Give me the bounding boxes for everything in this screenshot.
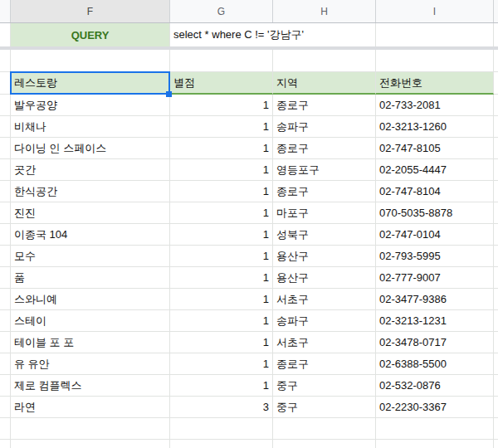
cell-restaurant-name[interactable]: 모수 bbox=[11, 246, 170, 266]
cell-phone[interactable]: 02-3213-1260 bbox=[376, 116, 494, 137]
cell-phone[interactable]: 02-747-8104 bbox=[376, 181, 494, 202]
cell-rating[interactable]: 1 bbox=[170, 202, 273, 223]
cell-phone[interactable]: 02-532-0876 bbox=[376, 375, 494, 396]
column-header-i[interactable]: I bbox=[376, 0, 494, 22]
cell-restaurant-name[interactable]: 비채나 bbox=[11, 116, 170, 137]
cell[interactable] bbox=[0, 224, 11, 245]
cell[interactable] bbox=[0, 353, 11, 374]
cell-rating[interactable]: 1 bbox=[170, 224, 273, 245]
cell[interactable] bbox=[170, 440, 273, 448]
cell-phone[interactable]: 02-3477-9386 bbox=[376, 289, 494, 309]
selected-cell-restaurant-header[interactable]: 레스토랑 bbox=[11, 72, 170, 95]
cell-district[interactable]: 서초구 bbox=[273, 289, 376, 309]
cell-phone[interactable]: 02-2055-4447 bbox=[376, 159, 494, 180]
cell-restaurant-name[interactable]: 다이닝 인 스페이스 bbox=[11, 138, 170, 158]
cell-phone[interactable]: 070-5035-8878 bbox=[376, 202, 494, 223]
cell-district[interactable]: 마포구 bbox=[273, 202, 376, 223]
cell[interactable] bbox=[273, 50, 376, 71]
cell-restaurant-name[interactable]: 유 유안 bbox=[11, 353, 170, 374]
cell-district[interactable]: 용산구 bbox=[273, 267, 376, 288]
cell-district[interactable]: 중구 bbox=[273, 375, 376, 396]
column-header-sliver-left[interactable] bbox=[0, 0, 11, 22]
cell-district[interactable]: 종로구 bbox=[273, 138, 376, 158]
cell-district[interactable]: 송파구 bbox=[273, 116, 376, 137]
cell[interactable] bbox=[273, 418, 376, 439]
column-header-h[interactable]: H bbox=[273, 0, 376, 22]
column-header-f[interactable]: F bbox=[11, 0, 170, 22]
cell[interactable] bbox=[376, 418, 494, 439]
cell[interactable] bbox=[0, 50, 11, 71]
cell[interactable] bbox=[0, 95, 11, 115]
cell-district[interactable]: 중구 bbox=[273, 397, 376, 417]
cell[interactable] bbox=[0, 159, 11, 180]
cell-phone[interactable]: 02-3213-1231 bbox=[376, 310, 494, 331]
cell-e2[interactable] bbox=[0, 23, 11, 46]
cell[interactable] bbox=[0, 267, 11, 288]
cell[interactable] bbox=[0, 310, 11, 331]
cell[interactable] bbox=[170, 50, 273, 71]
cell[interactable] bbox=[11, 50, 170, 71]
cell-restaurant-name[interactable]: 테이블 포 포 bbox=[11, 332, 170, 353]
cell[interactable] bbox=[376, 50, 494, 71]
cell-rating[interactable]: 1 bbox=[170, 375, 273, 396]
header-rating[interactable]: 별점 bbox=[170, 72, 273, 95]
cell-restaurant-name[interactable]: 한식공간 bbox=[11, 181, 170, 202]
cell-district[interactable]: 송파구 bbox=[273, 310, 376, 331]
cell[interactable] bbox=[0, 202, 11, 223]
header-district[interactable]: 지역 bbox=[273, 72, 376, 95]
cell-rating[interactable]: 1 bbox=[170, 246, 273, 266]
cell-i2[interactable] bbox=[376, 23, 494, 46]
cell[interactable] bbox=[0, 375, 11, 396]
cell-district[interactable]: 종로구 bbox=[273, 353, 376, 374]
cell-rating[interactable]: 1 bbox=[170, 267, 273, 288]
cell-district[interactable]: 종로구 bbox=[273, 95, 376, 115]
cell-restaurant-name[interactable]: 이종국 104 bbox=[11, 224, 170, 245]
cell-district[interactable]: 종로구 bbox=[273, 181, 376, 202]
cell-restaurant-name[interactable]: 곳간 bbox=[11, 159, 170, 180]
cell-restaurant-name[interactable]: 제로 컴플렉스 bbox=[11, 375, 170, 396]
cell-phone[interactable]: 02-777-9007 bbox=[376, 267, 494, 288]
cell[interactable] bbox=[0, 116, 11, 137]
cell[interactable] bbox=[0, 440, 11, 448]
cell[interactable] bbox=[273, 440, 376, 448]
cell[interactable] bbox=[11, 440, 170, 448]
cell-district[interactable]: 성북구 bbox=[273, 224, 376, 245]
cell-rating[interactable]: 1 bbox=[170, 95, 273, 115]
cell[interactable] bbox=[11, 418, 170, 439]
cell-rating[interactable]: 3 bbox=[170, 397, 273, 417]
cell[interactable] bbox=[0, 397, 11, 417]
column-header-g[interactable]: G bbox=[170, 0, 273, 22]
cell-district[interactable]: 용산구 bbox=[273, 246, 376, 266]
cell[interactable] bbox=[0, 246, 11, 266]
cell-rating[interactable]: 1 bbox=[170, 181, 273, 202]
cell[interactable] bbox=[0, 418, 11, 439]
cell-rating[interactable]: 1 bbox=[170, 332, 273, 353]
cell[interactable] bbox=[0, 138, 11, 158]
cell-restaurant-name[interactable]: 라연 bbox=[11, 397, 170, 417]
cell-phone[interactable]: 02-2230-3367 bbox=[376, 397, 494, 417]
cell-restaurant-name[interactable]: 스와니예 bbox=[11, 289, 170, 309]
cell-rating[interactable]: 1 bbox=[170, 116, 273, 137]
header-phone[interactable]: 전화번호 bbox=[376, 72, 494, 95]
cell-phone[interactable]: 02-3478-0717 bbox=[376, 332, 494, 353]
cell-phone[interactable]: 02-793-5995 bbox=[376, 246, 494, 266]
cell-rating[interactable]: 1 bbox=[170, 310, 273, 331]
fill-handle[interactable] bbox=[166, 91, 172, 97]
query-formula-cell[interactable]: select * where C != '강남구' bbox=[170, 23, 376, 46]
cell[interactable] bbox=[0, 181, 11, 202]
cell-rating[interactable]: 1 bbox=[170, 353, 273, 374]
cell[interactable] bbox=[376, 440, 494, 448]
query-label-cell[interactable]: QUERY bbox=[11, 23, 170, 46]
cell-phone[interactable]: 02-747-0104 bbox=[376, 224, 494, 245]
cell-restaurant-name[interactable]: 진진 bbox=[11, 202, 170, 223]
cell-district[interactable]: 서초구 bbox=[273, 332, 376, 353]
cell[interactable] bbox=[170, 418, 273, 439]
cell-rating[interactable]: 1 bbox=[170, 159, 273, 180]
cell-rating[interactable]: 1 bbox=[170, 289, 273, 309]
cell-restaurant-name[interactable]: 스테이 bbox=[11, 310, 170, 331]
cell-restaurant-name[interactable]: 품 bbox=[11, 267, 170, 288]
cell-phone[interactable]: 02-6388-5500 bbox=[376, 353, 494, 374]
cell[interactable] bbox=[0, 289, 11, 309]
cell[interactable] bbox=[0, 72, 11, 95]
cell-phone[interactable]: 02-747-8105 bbox=[376, 138, 494, 158]
